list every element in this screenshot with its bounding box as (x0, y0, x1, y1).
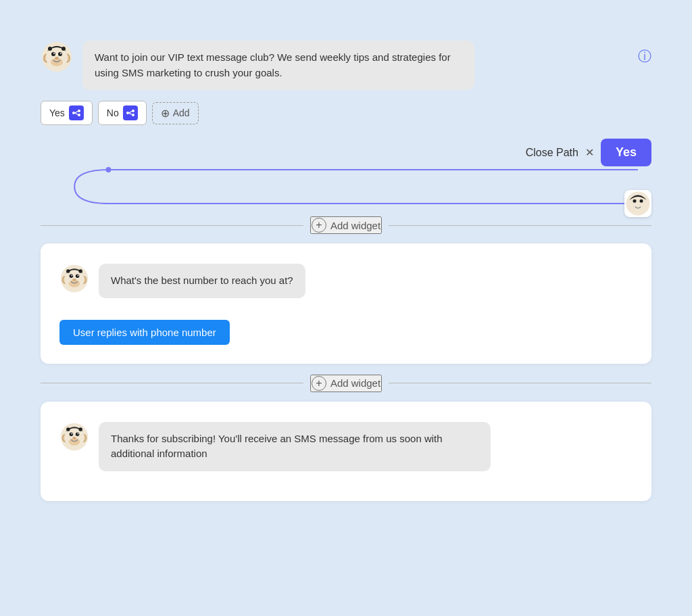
svg-point-39 (71, 275, 72, 277)
svg-point-38 (76, 275, 80, 279)
path-line (41, 166, 651, 207)
svg-point-21 (132, 114, 134, 116)
svg-line-23 (129, 113, 132, 115)
svg-point-13 (61, 47, 66, 51)
yes-button[interactable]: Yes (41, 101, 93, 125)
yes-label: Yes (49, 108, 65, 118)
add-plus-icon: ⊕ (161, 107, 170, 120)
svg-point-56 (66, 427, 70, 431)
third-message-row: Thanks for subscribing! You'll receive a… (59, 422, 633, 471)
no-flow-icon (123, 105, 138, 120)
svg-point-37 (70, 275, 74, 279)
svg-point-41 (72, 279, 76, 281)
first-message-bubble: Want to join our VIP text message club? … (82, 41, 474, 90)
close-path-x-icon[interactable]: ✕ (585, 146, 594, 159)
svg-point-40 (78, 275, 79, 277)
svg-point-57 (78, 427, 82, 431)
divider-right-1 (389, 225, 651, 226)
avatar-second (59, 264, 89, 293)
third-widget-card: Thanks for subscribing! You'll receive a… (41, 402, 651, 501)
add-widget-label-2: Add widget (330, 377, 380, 389)
svg-line-22 (129, 112, 132, 114)
avatar-top (41, 41, 73, 73)
canvas: Want to join our VIP text message club? … (14, 14, 678, 602)
close-path-bar: Close Path ✕ Yes (41, 139, 651, 166)
svg-line-18 (75, 113, 78, 115)
third-message-bubble: Thanks for subscribing! You'll receive a… (99, 422, 491, 471)
svg-point-55 (72, 437, 76, 440)
svg-point-11 (55, 57, 59, 60)
yes-flow-icon (69, 105, 84, 120)
second-message-bubble: What's the best number to reach you at? (99, 264, 305, 298)
first-widget: Want to join our VIP text message club? … (41, 34, 651, 125)
no-label: No (107, 108, 119, 118)
svg-point-54 (78, 433, 79, 434)
second-message-text: What's the best number to reach you at? (111, 275, 293, 286)
add-widget-row-1: + Add widget (41, 216, 651, 234)
user-reply-label: User replies with phone number (73, 327, 216, 338)
user-reply-button[interactable]: User replies with phone number (59, 320, 230, 345)
divider-left-2 (41, 383, 303, 383)
svg-point-7 (51, 52, 55, 56)
svg-point-14 (72, 112, 75, 114)
svg-line-17 (75, 112, 78, 114)
second-message-row: What's the best number to reach you at? (59, 264, 633, 298)
svg-point-10 (60, 53, 61, 54)
buttons-row: Yes No (41, 101, 651, 125)
svg-point-8 (58, 52, 62, 56)
svg-point-9 (53, 53, 55, 54)
yes-badge-label: Yes (616, 145, 637, 159)
second-widget-card: What's the best number to reach you at? … (41, 243, 651, 364)
third-message-text: Thanks for subscribing! You'll receive a… (111, 433, 443, 460)
add-widget-button-1[interactable]: + Add widget (310, 216, 382, 234)
help-icon[interactable]: ⓘ (638, 47, 651, 66)
svg-point-24 (105, 167, 111, 172)
avatar-third (59, 422, 89, 452)
add-widget-row-2: + Add widget (41, 375, 651, 392)
svg-point-20 (132, 110, 134, 112)
add-label: Add (173, 108, 190, 118)
add-widget-circle-1: + (312, 218, 326, 233)
close-path-label: Close Path (526, 147, 578, 159)
svg-point-15 (78, 110, 80, 112)
divider-right-2 (389, 383, 651, 383)
first-message-row: Want to join our VIP text message club? … (41, 41, 651, 90)
yes-badge[interactable]: Yes (601, 139, 651, 166)
add-button[interactable]: ⊕ Add (152, 102, 199, 124)
svg-point-42 (66, 269, 70, 273)
no-button[interactable]: No (98, 101, 147, 125)
svg-point-53 (71, 433, 72, 434)
svg-point-52 (76, 432, 80, 436)
add-widget-label-1: Add widget (330, 220, 380, 231)
svg-point-43 (78, 269, 82, 273)
first-message-text: Want to join our VIP text message club? … (95, 51, 451, 78)
svg-point-12 (48, 47, 52, 51)
path-end-icon (624, 190, 651, 217)
svg-point-28 (633, 199, 637, 203)
svg-point-19 (126, 112, 129, 114)
svg-point-29 (640, 199, 643, 203)
divider-left-1 (41, 225, 303, 226)
svg-point-16 (78, 114, 80, 116)
add-widget-circle-2: + (312, 376, 326, 391)
add-widget-button-2[interactable]: + Add widget (310, 375, 382, 392)
svg-point-51 (70, 432, 74, 436)
